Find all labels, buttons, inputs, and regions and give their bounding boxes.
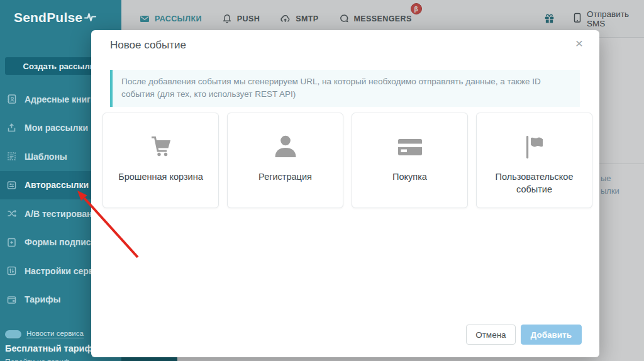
sidebar-item-label: Шаблоны — [25, 152, 67, 162]
sidebar-item-label: Мои рассылки — [25, 123, 88, 133]
modal-title: Новое событие — [110, 39, 186, 52]
sidebar-item-label: Тарифы — [25, 294, 60, 304]
event-card-label: Пользовательское событие — [477, 171, 592, 196]
modal-footer: Отмена Добавить — [466, 325, 582, 345]
credit-card-icon — [395, 133, 425, 161]
event-card-label: Брошенная корзина — [109, 171, 212, 184]
pulse-icon — [84, 10, 97, 25]
service-news-link[interactable]: Новости сервиса — [5, 330, 84, 338]
close-icon[interactable]: × — [575, 36, 583, 50]
new-event-modal: Новое событие × После добавления события… — [91, 30, 599, 357]
event-card-abandoned-cart[interactable]: Брошенная корзина — [103, 113, 219, 208]
ab-test-icon — [6, 208, 17, 219]
service-settings-icon — [6, 265, 17, 276]
event-card-label: Покупка — [384, 171, 436, 184]
cart-icon — [146, 133, 176, 161]
send-icon — [6, 123, 17, 133]
address-book-icon — [6, 94, 17, 104]
cancel-button[interactable]: Отмена — [466, 325, 515, 345]
logo-text: SendPulse — [14, 10, 82, 25]
info-banner: После добавления события мы сгенерируем … — [110, 70, 580, 107]
event-card-label: Регистрация — [250, 171, 321, 184]
current-plan-label: Бесплатный тариф — [5, 343, 92, 353]
upgrade-plan-link[interactable]: Перейти на тариф — [5, 358, 70, 361]
news-link-label: Новости сервиса — [26, 330, 84, 338]
news-icon — [5, 330, 21, 338]
event-card-purchase[interactable]: Покупка — [352, 113, 468, 208]
autoresponder-icon — [6, 180, 17, 191]
event-type-cards: Брошенная корзина Регистрация Покупка По… — [103, 113, 592, 208]
sidebar-item-label: Формы подписки — [25, 237, 101, 247]
person-icon — [270, 133, 301, 161]
event-card-custom-event[interactable]: Пользовательское событие — [476, 113, 592, 208]
add-button[interactable]: Добавить — [521, 325, 582, 345]
tariffs-icon — [6, 294, 17, 305]
sendpulse-logo[interactable]: SendPulse — [14, 10, 97, 25]
flag-icon — [519, 133, 550, 161]
event-card-registration[interactable]: Регистрация — [227, 113, 343, 208]
sidebar-item-label: Авторассылки — [25, 180, 89, 190]
sidebar-item-label: Адресные книги — [25, 94, 96, 104]
templates-icon — [6, 151, 17, 162]
subscription-form-icon — [6, 237, 17, 248]
